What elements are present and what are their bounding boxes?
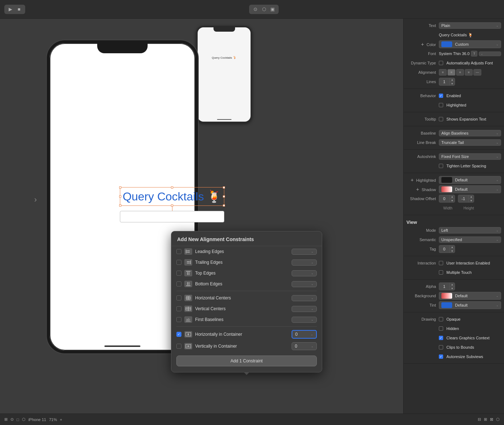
vertically-container-row[interactable]: Vertically in Container 0 ⌄ xyxy=(171,340,322,352)
toolbar-icon-3[interactable]: □ xyxy=(17,417,19,422)
top-edges-checkbox[interactable] xyxy=(176,271,181,276)
first-baselines-dropdown[interactable]: ⌄ xyxy=(292,317,317,323)
layout-icon-1[interactable]: ⊟ xyxy=(478,417,481,422)
background-select[interactable]: Default ⌄ xyxy=(439,292,501,300)
lines-stepper[interactable]: 1 ▲ ▼ xyxy=(439,78,455,86)
shadow-value: Default xyxy=(455,187,468,191)
tint-select[interactable]: Default ⌄ xyxy=(439,301,501,309)
toolbar-icon-4[interactable]: ⬡ xyxy=(22,417,26,422)
align-natural-btn[interactable]: — xyxy=(473,69,481,76)
shadow-width-down[interactable]: ▼ xyxy=(450,199,455,202)
top-edges-row[interactable]: Top Edges ⌄ xyxy=(171,268,322,279)
line-break-select[interactable]: Truncate Tail ⌄ xyxy=(439,139,501,146)
horizontally-container-row[interactable]: Horizontally in Container 0 ⌄ xyxy=(171,328,322,340)
text-select[interactable]: Plain ⌄ xyxy=(439,22,501,29)
lines-down[interactable]: ▼ xyxy=(450,82,455,85)
selected-label-element[interactable]: Query Cocktails 🍹 xyxy=(120,187,224,206)
dynamic-type-row: Dynamic Type Automatically Adjusts Font xyxy=(404,58,504,68)
alpha-up[interactable]: ▲ xyxy=(450,283,455,286)
trailing-edges-row[interactable]: Trailing Edges ⌄ xyxy=(171,257,322,268)
clears-graphics-checkbox[interactable] xyxy=(439,336,443,340)
shadow-offset-row: Shadow Offset 0 ▲ ▼ -1 ▲ ▼ xyxy=(404,194,504,203)
trailing-edges-checkbox[interactable] xyxy=(176,260,181,265)
first-baselines-row[interactable]: ab First Baselines ⌄ xyxy=(171,314,322,325)
shadow-height-up[interactable]: ▲ xyxy=(469,195,474,199)
shadow-plus[interactable]: + xyxy=(416,186,419,192)
vertical-centers-checkbox[interactable] xyxy=(176,306,181,311)
alpha-down[interactable]: ▼ xyxy=(450,286,455,290)
horizontally-container-checkbox[interactable] xyxy=(176,332,181,337)
highlighted-color-select[interactable]: Default ⌄ xyxy=(439,176,501,184)
layout-icon-2[interactable]: ⊞ xyxy=(484,417,487,422)
lines-stepper-btns[interactable]: ▲ ▼ xyxy=(449,78,455,85)
semantic-select[interactable]: Unspecified ⌄ xyxy=(439,236,501,243)
tag-stepper[interactable]: 0 ▲ ▼ xyxy=(439,245,455,253)
bottom-edges-row[interactable]: Bottom Edges ⌄ xyxy=(171,279,322,289)
mode-select[interactable]: Left ⌄ xyxy=(439,227,501,234)
layout-icon-4[interactable]: ⬡ xyxy=(496,417,500,422)
tighten-checkbox[interactable] xyxy=(439,164,443,168)
clips-bounds-label: Clips to Bounds xyxy=(446,345,474,349)
vertically-container-checkbox[interactable] xyxy=(176,344,181,349)
layout-icon-3[interactable]: ⊠ xyxy=(490,417,493,422)
baseline-select[interactable]: Align Baselines ⌄ xyxy=(439,130,501,136)
align-right-btn[interactable]: ≡ xyxy=(456,69,464,76)
zoom-in-btn[interactable]: + xyxy=(60,417,62,422)
highlighted-checkbox[interactable] xyxy=(439,103,443,107)
phone-icon: ▣ xyxy=(269,6,276,13)
color-select[interactable]: Custom ⌄ xyxy=(439,40,501,48)
svg-rect-1 xyxy=(187,250,190,251)
toolbar-segment-center[interactable]: ⊙ ⬡ ▣ xyxy=(249,5,279,14)
horizontal-centers-dropdown[interactable]: ⌄ xyxy=(292,295,317,301)
zoom-level: 71% xyxy=(49,417,57,422)
first-baselines-checkbox[interactable] xyxy=(176,317,181,322)
color-row: + Color Custom ⌄ xyxy=(404,40,504,49)
lines-up[interactable]: ▲ xyxy=(450,78,455,82)
multiple-touch-checkbox[interactable] xyxy=(439,270,443,275)
align-left-btn[interactable]: ≡ xyxy=(439,69,447,76)
tag-down[interactable]: ▼ xyxy=(450,249,455,253)
shadow-width-stepper[interactable]: 0 ▲ ▼ xyxy=(439,195,455,203)
trailing-edges-dropdown[interactable]: ⌄ xyxy=(292,259,317,266)
tag-up[interactable]: ▲ xyxy=(450,245,455,249)
horizontal-centers-row[interactable]: Horizontal Centers ⌄ xyxy=(171,293,322,303)
autoshrink-select[interactable]: Fixed Font Size ⌄ xyxy=(439,153,501,160)
color-plus[interactable]: + xyxy=(421,41,424,47)
bottom-edges-dropdown[interactable]: ⌄ xyxy=(292,281,317,287)
dynamic-type-checkbox[interactable] xyxy=(439,61,443,65)
hidden-checkbox[interactable] xyxy=(439,326,443,331)
enabled-checkbox[interactable] xyxy=(439,94,443,98)
tooltip-checkbox[interactable] xyxy=(439,117,443,121)
shadow-width-value: 0 xyxy=(439,196,449,202)
highlighted-plus[interactable]: + xyxy=(411,177,414,183)
shadow-select[interactable]: Default ⌄ xyxy=(439,185,501,193)
vertically-container-dropdown[interactable]: 0 ⌄ xyxy=(292,342,317,350)
leading-edges-checkbox[interactable] xyxy=(176,249,181,254)
horizontally-container-dropdown[interactable]: 0 ⌄ xyxy=(292,330,317,339)
add-constraint-button[interactable]: Add 1 Constraint xyxy=(176,356,317,366)
opaque-checkbox[interactable] xyxy=(439,317,443,321)
shadow-width-up[interactable]: ▲ xyxy=(450,195,455,199)
shadow-height-stepper[interactable]: -1 ▲ ▼ xyxy=(458,195,474,203)
leading-edges-row[interactable]: Leading Edges ⌄ xyxy=(171,246,322,257)
autoresize-checkbox[interactable] xyxy=(439,354,443,359)
align-justify-btn[interactable]: ≡ xyxy=(465,69,473,76)
horizontal-centers-checkbox[interactable] xyxy=(176,295,181,300)
clips-bounds-checkbox[interactable] xyxy=(439,345,443,349)
toolbar-icon-1[interactable]: ⊞ xyxy=(4,417,8,422)
leading-edges-dropdown[interactable]: ⌄ xyxy=(292,249,317,255)
alpha-stepper[interactable]: 1 ▲ ▼ xyxy=(439,282,455,290)
highlighted-color-row: + Highlighted Default ⌄ xyxy=(404,175,504,185)
bottom-edges-checkbox[interactable] xyxy=(176,281,181,286)
svg-rect-6 xyxy=(186,271,190,272)
align-center-btn[interactable]: ≡ xyxy=(447,69,455,76)
user-interaction-checkbox[interactable] xyxy=(439,261,443,265)
font-arrow-btn[interactable]: ⌄ xyxy=(479,51,501,56)
vertical-centers-dropdown[interactable]: ⌄ xyxy=(292,306,317,312)
toolbar-segment-left[interactable]: ▶ ■ xyxy=(4,5,25,14)
shadow-height-down[interactable]: ▼ xyxy=(469,199,474,202)
font-type-btn[interactable]: T xyxy=(471,51,477,56)
top-edges-dropdown[interactable]: ⌄ xyxy=(292,270,317,276)
toolbar-icon-2[interactable]: ⊙ xyxy=(10,417,14,422)
vertical-centers-row[interactable]: Vertical Centers ⌄ xyxy=(171,303,322,314)
